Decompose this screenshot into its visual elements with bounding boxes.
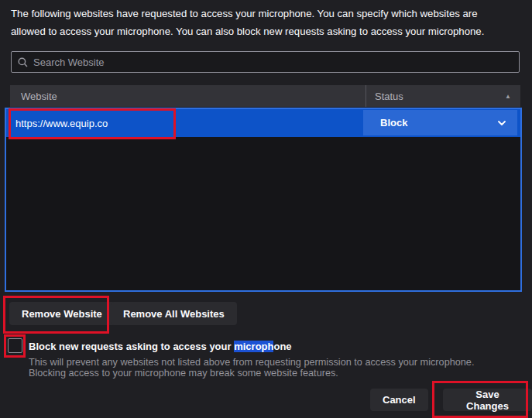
status-dropdown[interactable]: Block xyxy=(363,110,517,135)
status-column-label: Status xyxy=(375,91,403,102)
label-highlighted-text: microph xyxy=(234,341,273,352)
block-new-requests-checkbox[interactable] xyxy=(8,338,22,353)
microphone-permissions-dialog: The following websites have requested to… xyxy=(0,0,532,418)
chevron-down-icon xyxy=(497,120,506,126)
search-website-box[interactable] xyxy=(11,51,520,73)
table-header: Website Status ▲ xyxy=(10,85,520,107)
checkbox-description-line2: Blocking access to your microphone may b… xyxy=(29,368,338,379)
status-dropdown-value: Block xyxy=(380,117,407,128)
column-header-status[interactable]: Status ▲ xyxy=(366,85,520,107)
block-new-requests-label: Block new requests asking to access your… xyxy=(29,341,292,352)
remove-website-button[interactable]: Remove Website xyxy=(9,302,115,325)
table-row[interactable]: https://www.equip.co Block xyxy=(6,109,520,137)
label-after-highlight: one xyxy=(273,341,291,352)
search-icon xyxy=(18,57,28,67)
search-website-input[interactable] xyxy=(33,57,513,68)
intro-text-line2: allowed to access your microphone. You c… xyxy=(11,26,484,37)
label-before-highlight: Block new requests asking to access your xyxy=(29,341,234,352)
intro-text-line1: The following websites have requested to… xyxy=(11,8,478,19)
remove-all-websites-button[interactable]: Remove All Websites xyxy=(111,302,237,325)
save-changes-button[interactable]: Save Changes xyxy=(443,389,532,411)
website-list[interactable]: https://www.equip.co Block xyxy=(5,108,522,292)
checkbox-description-line1: This will prevent any websites not liste… xyxy=(29,357,474,368)
sort-ascending-icon[interactable]: ▲ xyxy=(505,93,511,100)
column-header-website[interactable]: Website xyxy=(10,85,366,107)
cancel-button[interactable]: Cancel xyxy=(370,389,428,411)
website-column-label: Website xyxy=(21,91,57,102)
website-url: https://www.equip.co xyxy=(6,118,108,129)
